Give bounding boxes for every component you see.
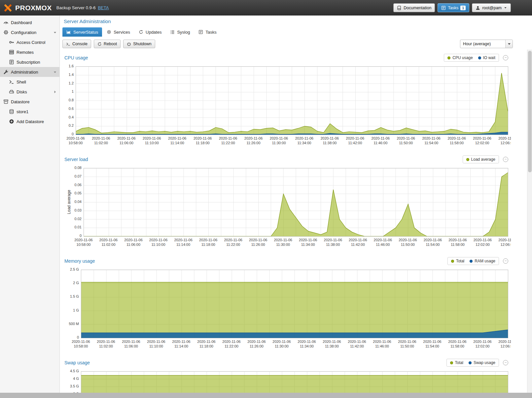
sidebar-item-access-control[interactable]: Access Control	[0, 37, 59, 47]
documentation-button[interactable]: Documentation	[393, 3, 435, 12]
panel-title: CPU usage	[64, 55, 88, 60]
refresh-icon	[139, 30, 143, 34]
legend-item-swap-usage[interactable]: Swap usage	[469, 360, 495, 365]
sidebar-item-dashboard[interactable]: Dashboard	[0, 17, 59, 27]
tasks-icon	[441, 6, 446, 10]
sidebar-item-add-datastore[interactable]: Add Datastore	[0, 116, 59, 126]
tasks-button[interactable]: Tasks 1	[438, 3, 469, 12]
y-axis-tick-label: 0.08	[64, 166, 82, 170]
legend-item-load-average[interactable]: Load average	[466, 157, 495, 162]
y-axis-tick-label: 4 G	[64, 377, 79, 381]
legend-dot	[450, 361, 453, 364]
sidebar-item-subscription[interactable]: Subscription	[0, 57, 59, 67]
page-title: Server Administration	[64, 18, 527, 24]
y-axis-tick-label: 1.4	[64, 73, 74, 77]
toolbar: Console Reboot Shutdown Hour (average)	[62, 40, 527, 48]
legend-dot	[469, 361, 472, 364]
tab-services[interactable]: Services	[103, 27, 134, 37]
chevron-right-icon	[53, 90, 57, 94]
chevron-down-icon	[53, 30, 57, 35]
documentation-button-label: Documentation	[404, 6, 431, 10]
scrollbar-thumb[interactable]	[528, 51, 532, 172]
server-load-panel: Server load Load average − Load average …	[62, 154, 511, 251]
chart-legend: TotalSwap usage	[446, 359, 499, 367]
y-axis-tick-label: 1.2	[64, 81, 74, 85]
tab-updates[interactable]: Updates	[135, 27, 165, 37]
y-axis-tick-label: 0.07	[64, 174, 82, 178]
sidebar-item-configuration[interactable]: Configuration	[0, 27, 59, 37]
y-axis-tick-label: 4.5 G	[64, 369, 79, 373]
archive-icon	[3, 99, 9, 104]
terminal-icon	[66, 42, 70, 46]
sidebar-item-remotes[interactable]: Remotes	[0, 47, 59, 57]
proxmox-logo-icon	[3, 3, 13, 13]
legend-item-ram-usage[interactable]: RAM usage	[470, 259, 495, 263]
legend-item-total[interactable]: Total	[450, 360, 463, 365]
vertical-scrollbar[interactable]	[527, 50, 532, 393]
sidebar: DashboardConfigurationAccess ControlRemo…	[0, 16, 60, 393]
legend-dot	[451, 260, 454, 263]
collapse-panel-button[interactable]: −	[503, 258, 508, 264]
sidebar-item-store1[interactable]: store1	[0, 107, 59, 116]
legend-label: Load average	[471, 157, 495, 162]
y-axis-tick-label: 0	[64, 234, 82, 238]
sidebar-item-label: store1	[17, 109, 28, 114]
user-menu-label: root@pam	[482, 6, 502, 10]
wrench-icon	[3, 69, 9, 75]
legend-item-io-wait[interactable]: IO wait	[478, 55, 495, 60]
collapse-panel-button[interactable]: −	[503, 157, 508, 162]
memory-usage-panel: Memory usage TotalRAM usage − 2.5 G2 G1.…	[62, 256, 511, 353]
user-menu-button[interactable]: root@pam	[472, 3, 511, 12]
legend-label: CPU usage	[452, 55, 473, 60]
user-icon	[476, 6, 480, 10]
swap-usage-panel: Swap usage TotalSwap usage − 4.5 G4 G3.5…	[62, 358, 511, 393]
cpu-usage-panel: CPU usage CPU usageIO wait − 1.61.41.210…	[62, 53, 511, 150]
sidebar-item-shell[interactable]: Shell	[0, 77, 59, 87]
tab-serverstatus[interactable]: ServerStatus	[62, 27, 102, 37]
timeframe-select[interactable]: Hour (average)	[460, 40, 513, 48]
y-axis-tick-label: 0.03	[64, 208, 82, 212]
legend-label: Swap usage	[474, 360, 495, 365]
memory-usage-chart	[81, 270, 508, 338]
y-axis-tick-label: 0.4	[64, 115, 74, 119]
dropdown-trigger-icon[interactable]	[505, 40, 513, 48]
reboot-button[interactable]: Reboot	[94, 40, 121, 48]
panel-title: Server load	[64, 157, 88, 162]
plus-icon	[9, 119, 14, 124]
legend-label: Total	[456, 259, 464, 263]
beta-link[interactable]: BETA	[98, 5, 109, 10]
sidebar-item-label: Add Datastore	[17, 119, 44, 124]
sidebar-item-label: Administration	[11, 70, 38, 75]
sidebar-item-administration[interactable]: Administration	[0, 67, 59, 77]
legend-item-total[interactable]: Total	[451, 259, 464, 263]
x-axis-tick-label: 2020-11-0612:06:00	[493, 339, 511, 348]
power-icon	[127, 42, 131, 46]
chart-legend: Load average	[463, 155, 499, 163]
tab-tasks[interactable]: Tasks	[195, 27, 220, 37]
console-button[interactable]: Console	[62, 40, 91, 48]
tab-label: Syslog	[177, 30, 190, 35]
sidebar-item-label: Shell	[17, 80, 26, 84]
sidebar-item-disks[interactable]: Disks	[0, 87, 59, 97]
shutdown-button[interactable]: Shutdown	[123, 40, 155, 48]
y-axis-tick-label: 1.6	[64, 64, 74, 68]
sidebar-item-label: Dashboard	[11, 20, 32, 25]
collapse-panel-button[interactable]: −	[503, 55, 508, 60]
product-version: Backup Server 0.9-6	[56, 5, 96, 10]
tab-syslog[interactable]: Syslog	[166, 27, 194, 37]
legend-dot	[470, 260, 473, 263]
ticket-icon	[9, 59, 14, 65]
sidebar-item-datastore[interactable]: Datastore	[0, 97, 59, 107]
key-icon	[9, 40, 14, 45]
database-icon	[9, 109, 14, 114]
header: PROXMOX Backup Server 0.9-6 BETA Documen…	[0, 0, 532, 16]
brand-name: PROXMOX	[15, 4, 52, 12]
y-axis-tick-label: 0.6	[64, 107, 74, 111]
legend-item-cpu-usage[interactable]: CPU usage	[447, 55, 473, 60]
y-axis-tick-label: 1.5 G	[64, 294, 79, 298]
gauge-icon	[3, 20, 9, 25]
collapse-panel-button[interactable]: −	[503, 360, 508, 365]
swap-usage-chart	[81, 371, 508, 393]
list-icon	[170, 30, 175, 34]
y-axis-tick-label: 0.8	[64, 98, 74, 102]
